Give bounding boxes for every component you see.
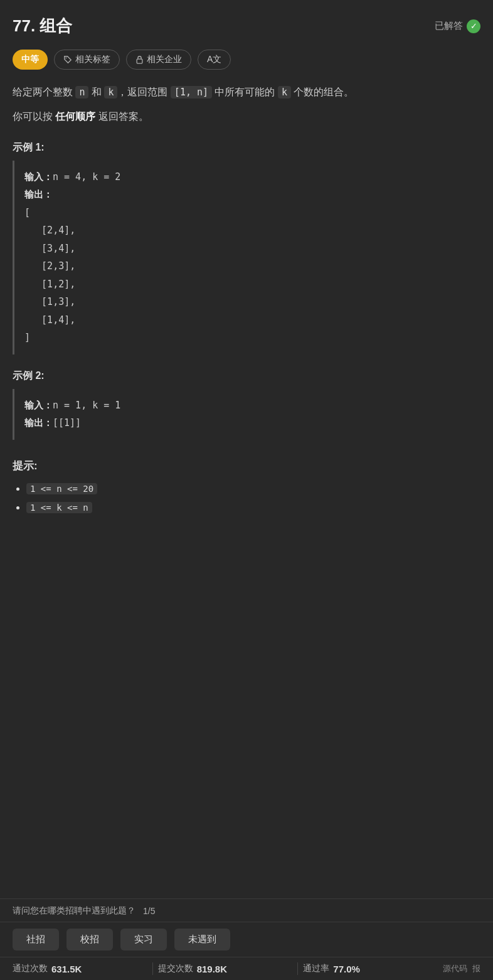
tag-difficulty[interactable]: 中等 bbox=[13, 50, 48, 70]
btn-shezao[interactable]: 社招 bbox=[13, 929, 59, 951]
stat-rate-value: 77.0% bbox=[333, 964, 360, 974]
btn-row: 社招 校招 实习 未遇到 bbox=[0, 922, 493, 957]
example1-line7: [1,2], bbox=[24, 275, 470, 294]
hint-item-1: 1 <= n <= 20 bbox=[26, 483, 480, 494]
solved-badge: 已解答 ✓ bbox=[435, 19, 480, 33]
stat-rate-label: 通过率 bbox=[303, 963, 329, 974]
page-title: 77. 组合 bbox=[13, 15, 72, 37]
stat-submit-value: 819.8K bbox=[197, 964, 227, 974]
solved-icon: ✓ bbox=[467, 19, 480, 33]
inline-k2: k bbox=[278, 86, 291, 99]
bold-order: 任何顺序 bbox=[55, 111, 95, 122]
btn-not-seen[interactable]: 未遇到 bbox=[174, 929, 230, 951]
example1-line1: 输入：n = 4, k = 2 bbox=[24, 168, 470, 186]
report-link[interactable]: 报 bbox=[472, 963, 480, 974]
page-container: 77. 组合 已解答 ✓ 中等 相关标签 相关企业 A文 给定两个整数 n 和 … bbox=[0, 0, 493, 583]
example1-line5: [3,4], bbox=[24, 240, 470, 258]
divider-2 bbox=[297, 962, 298, 975]
stat-pass-count: 通过次数 631.5K bbox=[13, 963, 147, 974]
hint-code-1: 1 <= n <= 20 bbox=[26, 483, 97, 494]
btn-xiaozao[interactable]: 校招 bbox=[66, 929, 113, 951]
example2-block: 输入：n = 1, k = 1 输出：[[1]] bbox=[13, 389, 480, 440]
example1-line8: [1,3], bbox=[24, 293, 470, 311]
description-line2: 你可以按 任何顺序 返回答案。 bbox=[13, 108, 480, 126]
stats-row: 通过次数 631.5K 提交次数 819.8K 通过率 77.0% 源代码 报 bbox=[0, 957, 493, 980]
example1-line4: [2,4], bbox=[24, 221, 470, 240]
svg-point-0 bbox=[66, 58, 67, 59]
hint-list: 1 <= n <= 20 1 <= k <= n bbox=[13, 483, 480, 513]
example2-line1: 输入：n = 1, k = 1 bbox=[24, 397, 470, 415]
example1-line10: ] bbox=[24, 329, 470, 347]
inline-k1: k bbox=[104, 86, 117, 99]
stat-pass-value: 631.5K bbox=[51, 964, 82, 974]
example1-line2: 输出： bbox=[24, 186, 470, 204]
header-row: 77. 组合 已解答 ✓ bbox=[13, 15, 480, 37]
solved-label: 已解答 bbox=[435, 20, 463, 32]
example1-line6: [2,3], bbox=[24, 257, 470, 275]
recruitment-label: 请问您在哪类招聘中遇到此题？ bbox=[13, 905, 135, 917]
description-line1: 给定两个整数 n 和 k，返回范围 [1, n] 中所有可能的 k 个数的组合。 bbox=[13, 83, 480, 102]
stat-pass-label: 通过次数 bbox=[13, 963, 48, 974]
example1-title: 示例 1: bbox=[13, 141, 480, 154]
btn-shixi[interactable]: 实习 bbox=[120, 929, 167, 951]
lock-icon bbox=[135, 55, 144, 64]
hint-item-2: 1 <= k <= n bbox=[26, 502, 480, 513]
example2-line2: 输出：[[1]] bbox=[24, 414, 470, 432]
example2-title: 示例 2: bbox=[13, 370, 480, 383]
example1-block: 输入：n = 4, k = 2 输出： [ [2,4], [3,4], [2,3… bbox=[13, 161, 480, 354]
divider-1 bbox=[152, 962, 153, 975]
stat-pass-rate: 通过率 77.0% bbox=[303, 963, 438, 974]
source-link[interactable]: 源代码 bbox=[443, 963, 467, 974]
example1-line9: [1,4], bbox=[24, 311, 470, 329]
tags-row: 中等 相关标签 相关企业 A文 bbox=[13, 50, 480, 70]
hint-code-2: 1 <= k <= n bbox=[26, 502, 92, 513]
hints-section: 提示: 1 <= n <= 20 1 <= k <= n bbox=[13, 459, 480, 513]
tag-related-tags[interactable]: 相关标签 bbox=[54, 50, 120, 70]
inline-n1: n bbox=[75, 86, 88, 99]
tag-icon bbox=[63, 55, 72, 64]
hints-title: 提示: bbox=[13, 459, 480, 473]
stat-submit-count: 提交次数 819.8K bbox=[158, 963, 293, 974]
recruitment-row: 请问您在哪类招聘中遇到此题？ 1/5 bbox=[0, 899, 493, 922]
example1-line3: [ bbox=[24, 204, 470, 222]
recruitment-count: 1/5 bbox=[143, 906, 155, 916]
bottom-bar: 请问您在哪类招聘中遇到此题？ 1/5 社招 校招 实习 未遇到 通过次数 631… bbox=[0, 898, 493, 980]
tag-related-company[interactable]: 相关企业 bbox=[126, 50, 191, 70]
stat-submit-label: 提交次数 bbox=[158, 963, 193, 974]
tag-font-size[interactable]: A文 bbox=[198, 50, 231, 70]
svg-rect-1 bbox=[137, 59, 142, 63]
inline-range: [1, n] bbox=[171, 86, 212, 99]
